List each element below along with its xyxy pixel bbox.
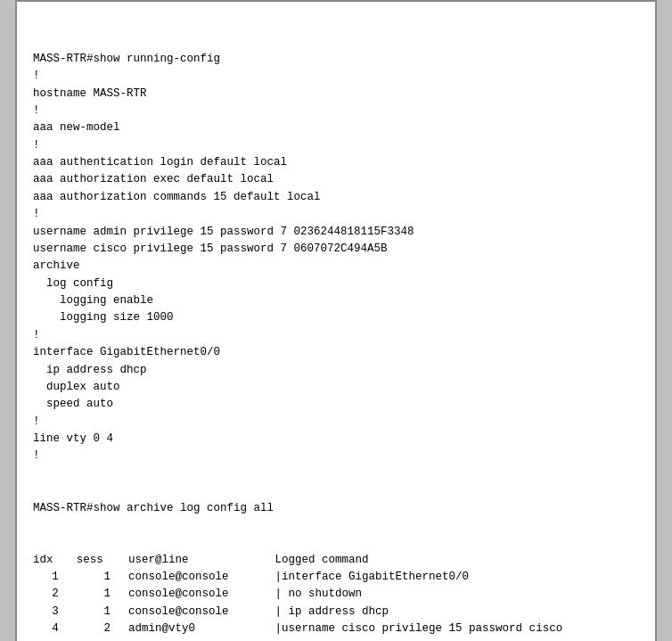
table-cell: 1	[77, 586, 128, 603]
log-table: idxsessuser@lineLogged command11console@…	[33, 552, 639, 641]
table-cell: 2	[77, 638, 128, 642]
table-cell: console@console	[128, 586, 275, 603]
config-section: MASS-RTR#show running-config ! hostname …	[33, 51, 639, 465]
table-cell: admin@vty0	[128, 620, 275, 637]
table-cell: 5	[33, 638, 77, 642]
table-row: 52admin@vty0|!config: USER TABLE MODIFIE…	[33, 638, 639, 642]
table-row: 11console@console|interface GigabitEther…	[33, 569, 639, 586]
table-cell: |username cisco privilege 15 password ci…	[275, 620, 639, 637]
table-header-sess: sess	[77, 552, 128, 569]
archive-command: MASS-RTR#show archive log config all	[33, 500, 639, 517]
table-cell: console@console	[128, 569, 275, 586]
table-row: 21console@console| no shutdown	[33, 586, 639, 603]
table-cell: 2	[77, 620, 128, 637]
table-row: 31console@console| ip address dhcp	[33, 604, 639, 620]
table-cell: 1	[77, 604, 128, 620]
table-row: 42admin@vty0|username cisco privilege 15…	[33, 620, 639, 637]
table-header-idx: idx	[33, 552, 77, 569]
table-cell: 3	[33, 604, 77, 620]
table-cell: 4	[33, 620, 77, 637]
terminal-window: MASS-RTR#show running-config ! hostname …	[15, 0, 657, 641]
table-header-user-line: user@line	[128, 552, 275, 569]
table-cell: admin@vty0	[128, 638, 275, 642]
table-cell: |!config: USER TABLE MODIFIED	[275, 638, 639, 642]
table-cell: 1	[33, 569, 77, 586]
table-cell: | ip address dhcp	[275, 604, 639, 620]
table-cell: 1	[77, 569, 128, 586]
table-cell: | no shutdown	[275, 586, 639, 603]
table-header-logged-command: Logged command	[275, 552, 639, 569]
table-cell: |interface GigabitEthernet0/0	[275, 569, 639, 586]
table-cell: console@console	[128, 604, 275, 620]
table-cell: 2	[33, 586, 77, 603]
